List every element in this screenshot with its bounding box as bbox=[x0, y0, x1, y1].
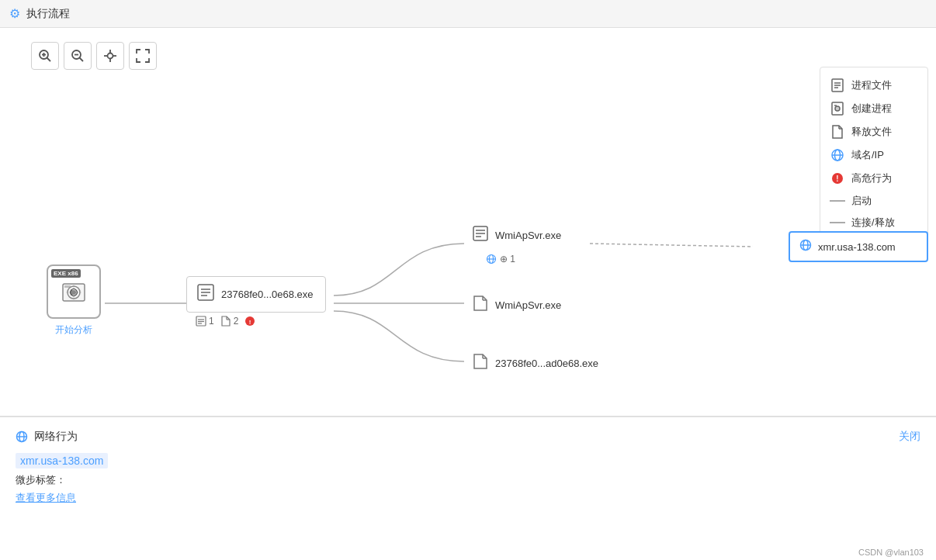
header: ⚙ 执行流程 bbox=[0, 0, 936, 28]
main-process-icon bbox=[196, 283, 215, 306]
warning-icon: ! bbox=[830, 171, 845, 186]
bottom-title: 网络行为 bbox=[16, 430, 78, 444]
legend-label: 创建进程 bbox=[851, 102, 892, 116]
page-title: 执行流程 bbox=[26, 7, 70, 21]
line-icon-2 bbox=[830, 222, 845, 223]
child-3-icon bbox=[472, 353, 489, 374]
svg-line-31 bbox=[590, 244, 753, 247]
legend-create-process: 创建进程 bbox=[830, 97, 918, 120]
svg-line-1 bbox=[47, 58, 51, 62]
legend-connect-release: 连接/释放 bbox=[830, 212, 918, 233]
bottom-panel-header: 网络行为 关闭 bbox=[16, 430, 920, 444]
legend-startup: 启动 bbox=[830, 190, 918, 212]
svg-point-35 bbox=[71, 290, 76, 295]
warning-tag: ! bbox=[244, 316, 255, 327]
release-file-icon bbox=[830, 124, 845, 140]
legend-high-risk: ! 高危行为 bbox=[830, 167, 918, 190]
child-1-subtag: ⊕ 1 bbox=[464, 254, 569, 264]
node-popup[interactable]: xmr.usa-138.com bbox=[789, 231, 928, 262]
main-process-title: 23768fe0...0e68.exe bbox=[221, 289, 314, 300]
popup-globe-icon bbox=[799, 239, 812, 254]
start-node-label: 开始分析 bbox=[55, 323, 92, 337]
svg-point-17 bbox=[835, 106, 840, 111]
svg-line-5 bbox=[80, 58, 84, 62]
child-3-title: 23768fe0...ad0e68.exe bbox=[495, 358, 598, 369]
start-node-icon: EXE x86 bbox=[47, 264, 101, 319]
svg-text:!: ! bbox=[836, 175, 838, 183]
legend-label: 连接/释放 bbox=[851, 216, 895, 230]
footer: CSDN @vlan103 bbox=[858, 548, 924, 557]
popup-domain-label: xmr.usa-138.com bbox=[818, 241, 896, 253]
child-1-box[interactable]: WmiApSvr.exe bbox=[464, 220, 569, 251]
center-button[interactable] bbox=[96, 42, 124, 70]
child-1-icon bbox=[472, 225, 489, 246]
child-2-box[interactable]: WmiApSvr.exe bbox=[464, 290, 569, 320]
svg-rect-34 bbox=[64, 285, 71, 288]
main-canvas: 进程文件 创建进程 释放文件 bbox=[0, 28, 936, 431]
close-button[interactable]: 关闭 bbox=[899, 430, 920, 444]
file-count: 2 bbox=[234, 316, 239, 327]
svg-text:!: ! bbox=[249, 319, 251, 326]
child-2-icon bbox=[472, 295, 489, 316]
domain-link[interactable]: xmr.usa-138.com bbox=[16, 453, 108, 468]
toolbar bbox=[31, 42, 157, 70]
bottom-panel: 网络行为 关闭 xmr.usa-138.com 微步标签： 查看更多信息 bbox=[0, 416, 936, 560]
fullscreen-button[interactable] bbox=[129, 42, 157, 70]
child-3-box[interactable]: 23768fe0...ad0e68.exe bbox=[464, 348, 606, 379]
header-icon: ⚙ bbox=[9, 6, 20, 21]
footer-text: CSDN @vlan103 bbox=[858, 548, 924, 557]
start-node[interactable]: EXE x86 开始分析 bbox=[47, 264, 101, 337]
process-file-icon bbox=[830, 78, 845, 93]
network-globe-icon bbox=[16, 430, 28, 443]
legend-label: 启动 bbox=[851, 194, 872, 208]
tag-label: 微步标签： bbox=[16, 473, 920, 487]
legend-process-file: 进程文件 bbox=[830, 74, 918, 97]
create-process-icon bbox=[830, 101, 845, 116]
process-count: 1 bbox=[209, 316, 214, 327]
child-1-subtitle: ⊕ 1 bbox=[500, 254, 515, 264]
legend-label: 高危行为 bbox=[851, 171, 892, 185]
process-tag: 1 bbox=[196, 316, 214, 327]
network-title: 网络行为 bbox=[34, 430, 78, 444]
svg-point-7 bbox=[108, 54, 113, 59]
zoom-out-button[interactable] bbox=[64, 42, 92, 70]
legend-label: 释放文件 bbox=[851, 125, 892, 139]
legend-label: 域名/IP bbox=[851, 148, 884, 162]
main-process-tags: 1 2 ! bbox=[186, 316, 326, 327]
child-node-1[interactable]: WmiApSvr.exe ⊕ 1 bbox=[464, 220, 569, 264]
legend-domain-ip: 域名/IP bbox=[830, 143, 918, 167]
main-process-node[interactable]: 23768fe0...0e68.exe 1 2 bbox=[186, 276, 326, 327]
exe-badge: EXE x86 bbox=[51, 269, 81, 278]
zoom-in-button[interactable] bbox=[31, 42, 59, 70]
more-info-link[interactable]: 查看更多信息 bbox=[16, 492, 76, 503]
child-2-title: WmiApSvr.exe bbox=[495, 299, 561, 311]
legend-label: 进程文件 bbox=[851, 78, 892, 92]
file-tag: 2 bbox=[220, 316, 239, 327]
legend-panel: 进程文件 创建进程 释放文件 bbox=[820, 67, 928, 240]
child-1-title: WmiApSvr.exe bbox=[495, 230, 561, 241]
child-node-3[interactable]: 23768fe0...ad0e68.exe bbox=[464, 348, 606, 379]
legend-release-file: 释放文件 bbox=[830, 120, 918, 143]
globe-icon bbox=[830, 147, 845, 163]
child-node-2[interactable]: WmiApSvr.exe bbox=[464, 290, 569, 320]
main-process-box[interactable]: 23768fe0...0e68.exe bbox=[186, 276, 326, 313]
line-icon bbox=[830, 200, 845, 202]
